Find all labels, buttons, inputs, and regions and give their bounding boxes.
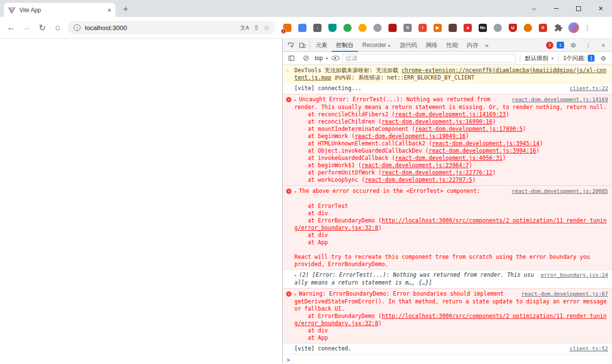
extension-icon-18[interactable]: X — [539, 24, 547, 32]
context-selector[interactable]: top ▼ — [315, 55, 329, 62]
inspect-element-icon[interactable] — [285, 40, 296, 50]
console-message-text: ▸The above error occurred in the <ErrorT… — [294, 188, 607, 268]
devtools-tab-recorder[interactable]: Recorder▲ — [358, 39, 395, 52]
console-link[interactable]: react-dom.development.js:3994:16 — [429, 147, 536, 154]
console-link[interactable]: react-dom.development.js:22776:12 — [382, 169, 492, 176]
minimize-button[interactable] — [545, 0, 567, 17]
more-tabs-icon[interactable]: » — [483, 42, 491, 49]
console-link[interactable]: react-dom.development.js:16990:16 — [382, 118, 492, 125]
source-link[interactable]: react-dom.development.js:20085 — [512, 188, 608, 195]
divider — [309, 41, 310, 49]
browser-tab[interactable]: Vite App × — [4, 3, 115, 17]
extension-icon-4[interactable] — [328, 24, 337, 32]
tab-title: Vite App — [19, 7, 103, 14]
expand-triangle-icon[interactable]: ▸ — [294, 273, 297, 278]
maximize-button[interactable] — [567, 0, 590, 17]
devtools-tabbar: 元素控制台Recorder▲源代码网络性能内存 » 3 1 ⚙ ⋮ × — [283, 39, 612, 52]
expand-triangle-icon[interactable]: ▸ — [294, 97, 297, 102]
devtools-menu-icon[interactable]: ⋮ — [582, 40, 594, 50]
share-icon[interactable]: ⇧ — [254, 24, 259, 32]
console-message-log: error_boundary.jsx:24▸(2) [Error: ErrorT… — [283, 270, 612, 288]
forward-button[interactable]: → — [19, 20, 34, 35]
source-link[interactable]: client.ts:22 — [570, 85, 608, 92]
console-settings-gear-icon[interactable]: ⚙ — [597, 53, 609, 63]
console-filter-input[interactable] — [342, 54, 516, 63]
devtools-tab-network[interactable]: 网络 — [421, 39, 442, 52]
console-link[interactable]: chrome-extension://ncennffkjdiamlpmcbajk… — [294, 67, 606, 81]
extension-icon-12[interactable] — [449, 24, 457, 32]
extension-icon-16[interactable]: U — [509, 24, 517, 32]
browser-toolbar: ← → ↻ ⌂ i localhost:3000 文A ⇧ ☆ 1↓S!▶aNc… — [0, 17, 612, 39]
message-count-badge[interactable]: 1 — [557, 42, 564, 48]
error-icon: × — [286, 189, 291, 194]
back-button[interactable]: ← — [4, 20, 18, 35]
extension-icon-5[interactable] — [343, 24, 352, 32]
console-message-error: react-dom.development.js:67×▸Warning: Er… — [283, 288, 612, 344]
source-link[interactable]: client.ts:52 — [570, 345, 608, 352]
console-link[interactable]: react-dom.development.js:17890:5 — [415, 126, 523, 132]
source-link[interactable]: react-dom.development.js:14169 — [512, 96, 608, 103]
extensions-puzzle-icon[interactable] — [554, 23, 563, 32]
profile-avatar[interactable] — [568, 22, 579, 33]
device-toolbar-icon[interactable] — [296, 40, 308, 50]
devtools-tab-sources[interactable]: 源代码 — [395, 39, 421, 52]
window-close-button[interactable]: × — [590, 0, 612, 17]
extension-icon-14[interactable]: Nc — [479, 24, 487, 32]
extension-icon-17[interactable] — [524, 24, 532, 32]
issues-counter[interactable]: 1个问题: 1 — [563, 54, 595, 63]
console-sidebar-icon[interactable] — [286, 53, 297, 63]
console-prompt[interactable]: > — [283, 354, 612, 364]
console-link[interactable]: react-dom.development.js:23964:7 — [361, 162, 469, 169]
console-link[interactable]: http://localhost:3000/src/components/2 o… — [294, 313, 607, 327]
extension-icon-8[interactable] — [388, 24, 397, 32]
expand-triangle-icon[interactable]: ▸ — [294, 189, 297, 194]
console-link[interactable]: react-dom.development.js:3945:14 — [432, 140, 540, 147]
clear-console-icon[interactable] — [300, 53, 312, 63]
source-link[interactable]: react-dom.development.js:67 — [521, 290, 608, 298]
translate-icon[interactable]: 文A — [240, 24, 249, 32]
reload-button[interactable]: ↻ — [35, 20, 49, 35]
devtools-tab-memory[interactable]: 内存 — [462, 39, 483, 52]
extension-icon-9[interactable]: S — [403, 24, 412, 32]
log-levels-dropdown[interactable]: 默认级别 ▼ — [525, 54, 554, 63]
expand-triangle-icon[interactable]: ▸ — [294, 292, 297, 297]
extension-icon-11[interactable]: ▶ — [434, 24, 442, 32]
chevron-down-icon — [531, 5, 536, 10]
tab-close-icon[interactable]: × — [107, 6, 112, 14]
source-link[interactable]: error_boundary.jsx:24 — [541, 271, 608, 279]
extension-icon-3[interactable]: ↓ — [313, 24, 322, 32]
extension-icon-6[interactable] — [358, 24, 367, 32]
issues-count-badge: 1 — [588, 55, 595, 62]
devtools-settings-gear-icon[interactable]: ⚙ — [567, 40, 579, 50]
console-link[interactable]: react-dom.development.js:4056:31 — [395, 155, 503, 161]
url-bar[interactable]: i localhost:3000 文A ⇧ ☆ — [68, 21, 275, 34]
console-toolbar: top ▼ 默认级别 ▼ 1个问题: 1 ⚙ — [283, 52, 612, 65]
bookmark-star-icon[interactable]: ☆ — [263, 24, 270, 32]
extension-icon-2[interactable] — [298, 24, 306, 32]
tab-search-chevron-icon[interactable] — [523, 0, 545, 17]
console-message-text: ▸Warning: ErrorBoundaryDemo: Error bound… — [294, 290, 610, 341]
extension-icon-13[interactable]: a — [464, 24, 472, 32]
devtools-tab-elements[interactable]: 元素 — [311, 39, 332, 52]
console-link[interactable]: react-dom.development.js:19049:16 — [355, 133, 466, 140]
error-count-badge[interactable]: 3 — [546, 42, 553, 49]
devtools-tab-performance[interactable]: 性能 — [442, 39, 462, 52]
extension-icon-7[interactable] — [373, 24, 382, 32]
url-text[interactable]: localhost:3000 — [85, 24, 236, 32]
console-link[interactable]: http://localhost:3000/src/components/2 o… — [294, 217, 607, 231]
tab-strip: Vite App × + × — [0, 0, 612, 17]
devtools-close-icon[interactable]: × — [597, 40, 609, 50]
console-link[interactable]: react-dom.development.js:22707:5 — [365, 176, 472, 183]
site-info-icon[interactable]: i — [74, 24, 81, 31]
home-button[interactable]: ⌂ — [50, 20, 65, 35]
new-tab-button[interactable]: + — [119, 3, 132, 16]
devtools-panel: 元素控制台Recorder▲源代码网络性能内存 » 3 1 ⚙ ⋮ × — [282, 39, 612, 364]
minimize-icon — [554, 8, 559, 9]
extension-icon-1[interactable]: 1 — [283, 24, 291, 32]
extension-icon-15[interactable] — [494, 24, 502, 32]
browser-menu-icon[interactable]: ⋮ — [582, 24, 593, 32]
live-expression-eye-icon[interactable] — [332, 56, 339, 61]
extension-icon-10[interactable]: ! — [419, 24, 427, 32]
console-link[interactable]: react-dom.development.js:14169:23 — [395, 111, 506, 118]
devtools-tab-console[interactable]: 控制台 — [332, 39, 358, 52]
